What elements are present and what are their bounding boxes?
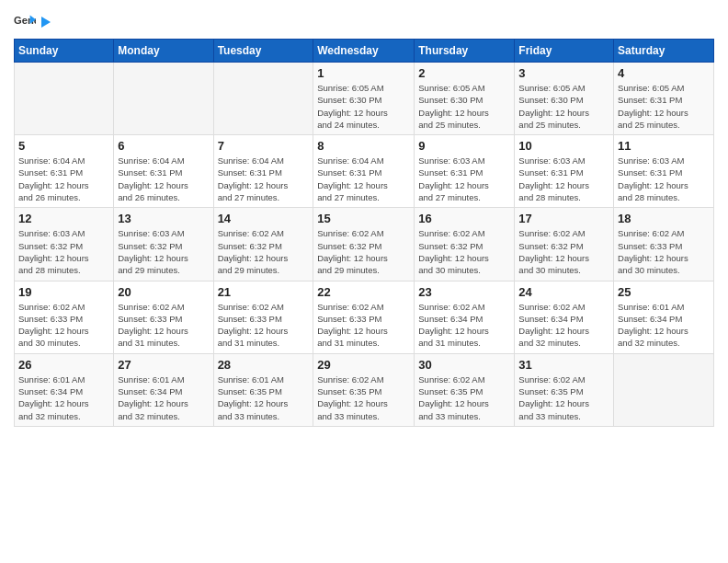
day-info: Sunrise: 6:02 AM Sunset: 6:34 PM Dayligh…: [418, 301, 510, 350]
day-number: 13: [118, 212, 209, 225]
day-info: Sunrise: 6:02 AM Sunset: 6:32 PM Dayligh…: [317, 227, 410, 276]
day-number: 7: [218, 139, 310, 153]
calendar-week-1: 1Sunrise: 6:05 AM Sunset: 6:30 PM Daylig…: [15, 63, 714, 135]
day-info: Sunrise: 6:04 AM Sunset: 6:31 PM Dayligh…: [18, 155, 109, 203]
day-info: Sunrise: 6:02 AM Sunset: 6:33 PM Dayligh…: [618, 227, 710, 276]
day-info: Sunrise: 6:02 AM Sunset: 6:35 PM Dayligh…: [418, 373, 510, 422]
day-number: 26: [18, 358, 109, 372]
svg-marker-2: [41, 17, 51, 28]
day-number: 6: [118, 139, 209, 153]
calendar-cell: 12Sunrise: 6:03 AM Sunset: 6:32 PM Dayli…: [15, 208, 114, 281]
calendar-cell: 24Sunrise: 6:02 AM Sunset: 6:34 PM Dayli…: [515, 281, 614, 353]
day-info: Sunrise: 6:02 AM Sunset: 6:35 PM Dayligh…: [518, 373, 609, 422]
weekday-header-sunday: Sunday: [15, 40, 114, 63]
day-number: 15: [317, 212, 410, 225]
calendar-cell: [213, 63, 313, 135]
calendar-cell: 14Sunrise: 6:02 AM Sunset: 6:32 PM Dayli…: [213, 208, 313, 281]
calendar-week-3: 12Sunrise: 6:03 AM Sunset: 6:32 PM Dayli…: [15, 208, 714, 281]
day-number: 2: [418, 66, 510, 80]
day-info: Sunrise: 6:05 AM Sunset: 6:30 PM Dayligh…: [418, 82, 510, 131]
calendar-cell: [114, 63, 213, 135]
calendar-cell: 6Sunrise: 6:04 AM Sunset: 6:31 PM Daylig…: [114, 135, 213, 208]
day-number: 21: [218, 285, 310, 299]
day-number: 9: [418, 139, 510, 153]
day-number: 28: [218, 358, 310, 372]
calendar-week-4: 19Sunrise: 6:02 AM Sunset: 6:33 PM Dayli…: [15, 281, 714, 353]
calendar-cell: 23Sunrise: 6:02 AM Sunset: 6:34 PM Dayli…: [415, 281, 515, 353]
day-info: Sunrise: 6:02 AM Sunset: 6:32 PM Dayligh…: [518, 227, 609, 276]
calendar-cell: [15, 63, 114, 135]
calendar-cell: 21Sunrise: 6:02 AM Sunset: 6:33 PM Dayli…: [213, 281, 313, 353]
calendar-cell: 28Sunrise: 6:01 AM Sunset: 6:35 PM Dayli…: [213, 353, 313, 426]
logo-arrow-icon: [38, 14, 54, 30]
calendar-cell: 19Sunrise: 6:02 AM Sunset: 6:33 PM Dayli…: [15, 281, 114, 353]
day-info: Sunrise: 6:02 AM Sunset: 6:33 PM Dayligh…: [18, 301, 109, 350]
calendar-cell: 3Sunrise: 6:05 AM Sunset: 6:30 PM Daylig…: [515, 63, 614, 135]
weekday-header-friday: Friday: [515, 40, 614, 63]
calendar-cell: 2Sunrise: 6:05 AM Sunset: 6:30 PM Daylig…: [415, 63, 515, 135]
logo-icon: General: [14, 9, 36, 31]
day-info: Sunrise: 6:02 AM Sunset: 6:33 PM Dayligh…: [118, 301, 209, 350]
day-info: Sunrise: 6:04 AM Sunset: 6:31 PM Dayligh…: [317, 155, 410, 203]
day-info: Sunrise: 6:03 AM Sunset: 6:31 PM Dayligh…: [618, 155, 710, 203]
page-header: General: [14, 9, 714, 31]
calendar-week-5: 26Sunrise: 6:01 AM Sunset: 6:34 PM Dayli…: [15, 353, 714, 426]
calendar-cell: 5Sunrise: 6:04 AM Sunset: 6:31 PM Daylig…: [15, 135, 114, 208]
day-number: 14: [218, 212, 310, 225]
calendar-cell: 15Sunrise: 6:02 AM Sunset: 6:32 PM Dayli…: [313, 208, 415, 281]
calendar-cell: 17Sunrise: 6:02 AM Sunset: 6:32 PM Dayli…: [515, 208, 614, 281]
day-number: 8: [317, 139, 410, 153]
day-info: Sunrise: 6:02 AM Sunset: 6:33 PM Dayligh…: [317, 301, 410, 350]
calendar-cell: 31Sunrise: 6:02 AM Sunset: 6:35 PM Dayli…: [515, 353, 614, 426]
day-info: Sunrise: 6:05 AM Sunset: 6:31 PM Dayligh…: [618, 82, 710, 131]
calendar-cell: 27Sunrise: 6:01 AM Sunset: 6:34 PM Dayli…: [114, 353, 213, 426]
calendar-cell: 16Sunrise: 6:02 AM Sunset: 6:32 PM Dayli…: [415, 208, 515, 281]
day-number: 16: [418, 212, 510, 225]
calendar-cell: 9Sunrise: 6:03 AM Sunset: 6:31 PM Daylig…: [415, 135, 515, 208]
weekday-header-monday: Monday: [114, 40, 213, 63]
calendar-cell: 30Sunrise: 6:02 AM Sunset: 6:35 PM Dayli…: [415, 353, 515, 426]
day-info: Sunrise: 6:03 AM Sunset: 6:32 PM Dayligh…: [118, 227, 209, 276]
weekday-header-tuesday: Tuesday: [213, 40, 313, 63]
day-info: Sunrise: 6:02 AM Sunset: 6:35 PM Dayligh…: [317, 373, 410, 422]
day-number: 4: [618, 66, 710, 80]
calendar-cell: 4Sunrise: 6:05 AM Sunset: 6:31 PM Daylig…: [614, 63, 714, 135]
day-number: 20: [118, 285, 209, 299]
day-info: Sunrise: 6:04 AM Sunset: 6:31 PM Dayligh…: [118, 155, 209, 203]
day-number: 27: [118, 358, 209, 372]
calendar-cell: 10Sunrise: 6:03 AM Sunset: 6:31 PM Dayli…: [515, 135, 614, 208]
calendar-cell: 1Sunrise: 6:05 AM Sunset: 6:30 PM Daylig…: [313, 63, 415, 135]
day-info: Sunrise: 6:03 AM Sunset: 6:31 PM Dayligh…: [418, 155, 510, 203]
calendar-table: SundayMondayTuesdayWednesdayThursdayFrid…: [14, 39, 714, 427]
day-number: 22: [317, 285, 410, 299]
calendar-cell: 8Sunrise: 6:04 AM Sunset: 6:31 PM Daylig…: [313, 135, 415, 208]
calendar-cell: 20Sunrise: 6:02 AM Sunset: 6:33 PM Dayli…: [114, 281, 213, 353]
day-number: 23: [418, 285, 510, 299]
day-info: Sunrise: 6:02 AM Sunset: 6:32 PM Dayligh…: [418, 227, 510, 276]
calendar-cell: 22Sunrise: 6:02 AM Sunset: 6:33 PM Dayli…: [313, 281, 415, 353]
calendar-cell: 13Sunrise: 6:03 AM Sunset: 6:32 PM Dayli…: [114, 208, 213, 281]
day-info: Sunrise: 6:03 AM Sunset: 6:31 PM Dayligh…: [518, 155, 609, 203]
day-number: 19: [18, 285, 109, 299]
day-number: 1: [317, 66, 410, 80]
calendar-cell: 29Sunrise: 6:02 AM Sunset: 6:35 PM Dayli…: [313, 353, 415, 426]
calendar-week-2: 5Sunrise: 6:04 AM Sunset: 6:31 PM Daylig…: [15, 135, 714, 208]
day-number: 11: [618, 139, 710, 153]
day-number: 25: [618, 285, 710, 299]
day-number: 17: [518, 212, 609, 225]
day-number: 10: [518, 139, 609, 153]
weekday-header-thursday: Thursday: [415, 40, 515, 63]
day-info: Sunrise: 6:01 AM Sunset: 6:34 PM Dayligh…: [618, 301, 710, 350]
day-info: Sunrise: 6:02 AM Sunset: 6:33 PM Dayligh…: [218, 301, 310, 350]
calendar-cell: 11Sunrise: 6:03 AM Sunset: 6:31 PM Dayli…: [614, 135, 714, 208]
day-info: Sunrise: 6:01 AM Sunset: 6:35 PM Dayligh…: [218, 373, 310, 422]
calendar-cell: 7Sunrise: 6:04 AM Sunset: 6:31 PM Daylig…: [213, 135, 313, 208]
weekday-header-wednesday: Wednesday: [313, 40, 415, 63]
calendar-cell: 18Sunrise: 6:02 AM Sunset: 6:33 PM Dayli…: [614, 208, 714, 281]
calendar-cell: 26Sunrise: 6:01 AM Sunset: 6:34 PM Dayli…: [15, 353, 114, 426]
day-number: 31: [518, 358, 609, 372]
day-info: Sunrise: 6:01 AM Sunset: 6:34 PM Dayligh…: [18, 373, 109, 422]
day-number: 24: [518, 285, 609, 299]
day-info: Sunrise: 6:05 AM Sunset: 6:30 PM Dayligh…: [317, 82, 410, 131]
day-info: Sunrise: 6:04 AM Sunset: 6:31 PM Dayligh…: [218, 155, 310, 203]
